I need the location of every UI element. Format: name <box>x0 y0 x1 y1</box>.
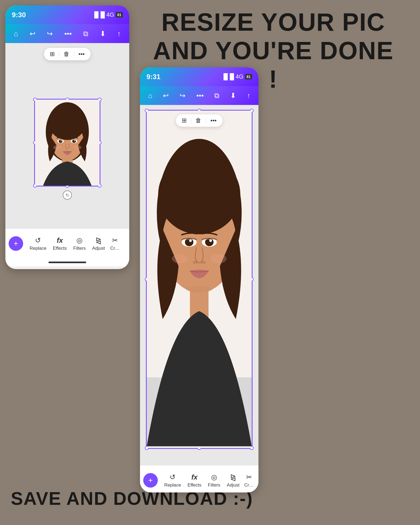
phone1-plus-btn[interactable]: + <box>9 236 23 251</box>
phone2-undo-icon[interactable]: ↩ <box>163 91 169 100</box>
filters-label: Filters <box>73 246 86 251</box>
p2-tool-filters[interactable]: ◎ Filters <box>205 473 223 488</box>
phone1-canvas: ⊞ 🗑 ••• <box>5 43 129 229</box>
p2-crop-icon: ✂ <box>246 473 252 481</box>
effects-icon: fx <box>57 236 63 245</box>
svg-point-8 <box>72 140 76 143</box>
home-bar <box>48 262 86 263</box>
phone2-toolbar: ⌂ ↩ ↪ ••• ⧉ ⬇ ↑ <box>140 86 258 105</box>
more-options-icon[interactable]: ••• <box>78 51 85 58</box>
svg-point-4 <box>50 110 85 140</box>
p2-adjust-label: Adjust <box>227 482 239 488</box>
phone2-status-bar: 9:31 ▐▌█ 4G 81 <box>140 67 258 86</box>
svg-point-23 <box>189 239 192 242</box>
svg-point-27 <box>172 254 188 263</box>
svg-point-11 <box>53 145 61 150</box>
download-icon[interactable]: ⬇ <box>100 30 106 38</box>
p2-crop-label: Cr… <box>244 482 254 488</box>
float-sep2 <box>74 51 74 57</box>
svg-point-25 <box>192 261 198 264</box>
p2-effects-icon: fx <box>191 473 198 481</box>
replace-label: Replace <box>30 246 46 251</box>
phone2-redo-icon[interactable]: ↪ <box>180 91 186 100</box>
layers-icon[interactable]: ⧉ <box>83 30 88 38</box>
phone1-bottom-toolbar: + ↺ Replace fx Effects ◎ Filters ⧎ Adjus… <box>5 229 129 258</box>
svg-point-24 <box>209 239 212 242</box>
phone2-portrait-photo <box>147 111 252 448</box>
p2-float-sep2 <box>206 118 206 124</box>
phone1-float-menu: ⊞ 🗑 ••• <box>44 48 90 60</box>
p2-tool-crop[interactable]: ✂ Cr… <box>243 473 255 488</box>
p2-tool-replace[interactable]: ↺ Replace <box>161 473 184 488</box>
headline-line2: and you're done <box>132 37 415 65</box>
rotate-handle[interactable]: ↻ <box>63 191 72 200</box>
filters-icon: ◎ <box>76 236 83 245</box>
p2-float-sep1 <box>191 118 191 124</box>
p2-replace-icon: ↺ <box>170 473 176 481</box>
p2-effects-label: Effects <box>187 482 201 488</box>
phone2-more-icon[interactable]: ••• <box>196 91 204 100</box>
p2-tool-effects[interactable]: fx Effects <box>184 473 205 488</box>
p2-copy-icon[interactable]: ⊞ <box>182 117 187 124</box>
phone2-plus-btn[interactable]: + <box>143 473 158 488</box>
p2-tool-adjust[interactable]: ⧎ Adjust <box>223 473 243 488</box>
svg-point-10 <box>74 140 75 141</box>
tool-replace[interactable]: ↺ Replace <box>26 236 50 251</box>
replace-icon: ↺ <box>35 236 41 245</box>
phone2-float-menu: ⊞ 🗑 ••• <box>176 114 222 127</box>
phone1-battery-badge: 81 <box>116 12 123 17</box>
svg-point-18 <box>158 155 240 234</box>
p2-delete-icon[interactable]: 🗑 <box>195 117 201 124</box>
undo-icon[interactable]: ↩ <box>30 30 36 38</box>
phone2-time: 9:31 <box>146 73 160 81</box>
phone1-4g-label: 4G <box>106 11 114 18</box>
phone2-home-icon[interactable]: ⌂ <box>148 91 152 100</box>
delete-icon[interactable]: 🗑 <box>64 51 69 58</box>
crop-label: Cr… <box>110 246 120 251</box>
tool-effects[interactable]: fx Effects <box>50 236 70 251</box>
tool-adjust[interactable]: ⧎ Adjust <box>89 236 108 251</box>
phone1-portrait-photo <box>35 100 100 186</box>
svg-point-26 <box>201 261 206 264</box>
phone2-share-icon[interactable]: ↑ <box>247 91 250 100</box>
svg-point-12 <box>74 145 81 150</box>
phone2-download-icon[interactable]: ⬇ <box>230 91 236 100</box>
phone1-toolbar: ⌂ ↩ ↪ ••• ⧉ ⬇ ↑ <box>5 24 129 43</box>
phone2-bottom-toolbar: + ↺ Replace fx Effects ◎ Filters ⧎ Adjus… <box>140 466 258 492</box>
phone2-signal-icon: ▐▌█ <box>221 73 234 80</box>
svg-point-7 <box>59 140 62 143</box>
phone1-status-icons: ▐▌█ 4G 81 <box>92 11 123 18</box>
phone2-4g-label: 4G <box>236 73 243 80</box>
phone2-battery-badge: 81 <box>245 74 252 79</box>
phone1-signal-icon: ▐▌█ <box>92 11 105 18</box>
svg-point-29 <box>186 286 212 293</box>
home-icon[interactable]: ⌂ <box>14 30 18 38</box>
crop-icon: ✂ <box>112 236 118 245</box>
p2-more-options-icon[interactable]: ••• <box>210 117 216 124</box>
p2-adjust-icon: ⧎ <box>230 473 236 481</box>
more-icon[interactable]: ••• <box>64 30 72 38</box>
phone1-selection-box[interactable]: ↻ <box>34 99 100 186</box>
tool-crop[interactable]: ✂ Cr… <box>108 236 122 251</box>
adjust-icon: ⧎ <box>96 236 102 245</box>
phone2: 9:31 ▐▌█ 4G 81 ⌂ ↩ ↪ ••• ⧉ ⬇ ↑ <box>140 67 258 492</box>
phone2-layers-icon[interactable]: ⧉ <box>214 91 219 100</box>
phone1-status-bar: 9:30 ▐▌█ 4G 81 <box>5 5 129 24</box>
phone1-time: 9:30 <box>12 11 26 19</box>
redo-icon[interactable]: ↪ <box>47 30 53 38</box>
tool-filters[interactable]: ◎ Filters <box>70 236 89 251</box>
phone1: 9:30 ▐▌█ 4G 81 ⌂ ↩ ↪ ••• ⧉ ⬇ ↑ ⊞ 🗑 ••• <box>5 5 129 269</box>
phone2-portrait-svg <box>147 111 252 448</box>
p2-filters-label: Filters <box>208 482 220 488</box>
phone1-home-indicator <box>5 258 129 266</box>
phone2-selection-box[interactable]: ⊞ 🗑 ••• <box>146 110 253 449</box>
copy-icon[interactable]: ⊞ <box>50 51 55 58</box>
phone1-portrait-svg <box>35 100 100 186</box>
share-icon[interactable]: ↑ <box>117 30 121 38</box>
p2-filters-icon: ◎ <box>211 473 217 481</box>
phone2-status-icons: ▐▌█ 4G 81 <box>221 73 252 80</box>
phone2-canvas: ⊞ 🗑 ••• <box>140 105 258 466</box>
headline-line1: Resize your Pic <box>132 8 415 37</box>
svg-point-28 <box>211 254 226 263</box>
float-sep1 <box>59 51 59 57</box>
